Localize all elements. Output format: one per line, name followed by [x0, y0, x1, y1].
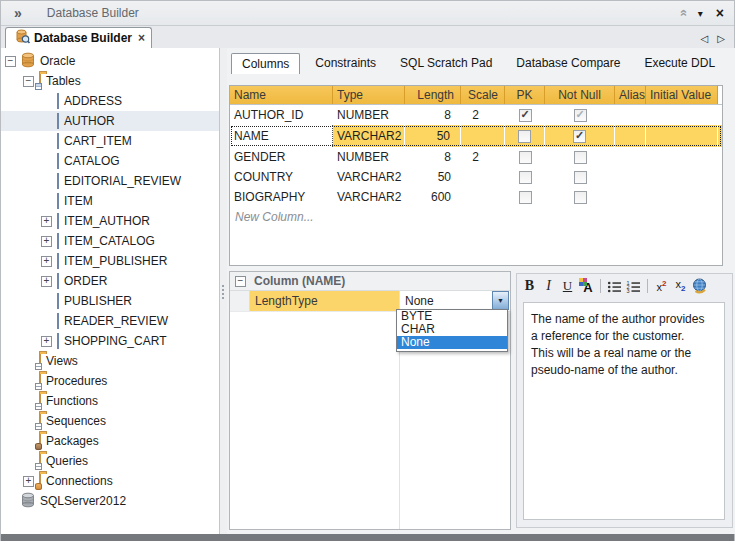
tree-item-oracle[interactable]: −Oracle — [1, 51, 219, 71]
expander-plus-icon[interactable]: + — [41, 236, 52, 247]
cell-name[interactable]: AUTHOR_ID — [230, 105, 333, 125]
tree-item-author[interactable]: AUTHOR — [1, 111, 219, 131]
cell-initial-value[interactable] — [646, 147, 718, 167]
cell-alias[interactable] — [615, 125, 646, 147]
tree-item-cart-item[interactable]: CART_ITEM — [1, 131, 219, 151]
tree-item-item[interactable]: ITEM — [1, 191, 219, 211]
property-name[interactable]: LengthType — [250, 291, 400, 311]
tree-item-address[interactable]: ADDRESS — [1, 91, 219, 111]
cell-initial-value[interactable] — [646, 125, 718, 147]
cell-type[interactable]: NUMBER — [333, 105, 405, 125]
overflow-chevrons-icon[interactable]: » — [14, 5, 21, 21]
tree-item-item-author[interactable]: +ITEM_AUTHOR — [1, 211, 219, 231]
subscript-icon[interactable]: x2 — [672, 277, 689, 295]
cell-name[interactable]: BIOGRAPHY — [230, 187, 333, 207]
column-header-length[interactable]: Length — [405, 86, 461, 104]
tab-columns[interactable]: Columns — [231, 53, 300, 74]
expander-plus-icon[interactable]: + — [41, 336, 52, 347]
tree-item-packages[interactable]: Packages — [1, 431, 219, 451]
not-null-checkbox[interactable] — [573, 130, 586, 143]
tab-execute-ddl[interactable]: Execute DDL — [632, 53, 727, 74]
cell-initial-value[interactable] — [646, 167, 718, 187]
tree-item-editorial-review[interactable]: EDITORIAL_REVIEW — [1, 171, 219, 191]
vertical-splitter[interactable] — [220, 48, 227, 534]
cell-scale[interactable] — [461, 167, 505, 187]
grid-row-country[interactable]: COUNTRYVARCHAR250 — [230, 167, 722, 187]
not-null-checkbox[interactable] — [574, 151, 587, 164]
new-column-row[interactable]: New Column... — [230, 207, 722, 227]
globe-icon[interactable] — [691, 277, 708, 295]
cell-alias[interactable] — [615, 147, 646, 167]
tab-close-icon[interactable]: × — [138, 31, 145, 45]
expander-plus-icon[interactable]: + — [41, 256, 52, 267]
numbered-list-icon[interactable]: 123 — [625, 277, 642, 295]
tree-item-shopping-cart[interactable]: +SHOPPING_CART — [1, 331, 219, 351]
grid-row-author-id[interactable]: AUTHOR_IDNUMBER82 — [230, 105, 722, 125]
underline-icon[interactable]: U — [559, 277, 576, 295]
tree-item-procedures[interactable]: Procedures — [1, 371, 219, 391]
grid-row-gender[interactable]: GENDERNUMBER82 — [230, 147, 722, 167]
tree-item-views[interactable]: Views — [1, 351, 219, 371]
cell-length[interactable]: 8 — [405, 147, 461, 167]
collapse-icon[interactable]: − — [235, 276, 246, 287]
tree-item-publisher[interactable]: PUBLISHER — [1, 291, 219, 311]
expander-plus-icon[interactable]: + — [41, 216, 52, 227]
cell-name[interactable]: GENDER — [230, 147, 333, 167]
pk-checkbox[interactable] — [519, 191, 532, 204]
cell-alias[interactable] — [615, 167, 646, 187]
not-null-checkbox[interactable] — [574, 109, 587, 122]
column-header-pk[interactable]: PK — [505, 86, 545, 104]
cell-name[interactable]: COUNTRY — [230, 167, 333, 187]
cell-length[interactable]: 50 — [405, 167, 461, 187]
tree-item-connections[interactable]: +Connections — [1, 471, 219, 491]
italic-icon[interactable]: I — [540, 277, 557, 295]
cell-length[interactable]: 50 — [405, 125, 461, 147]
tree-item-tables[interactable]: −Tables — [1, 71, 219, 91]
tab-constraints[interactable]: Constraints — [303, 53, 388, 74]
bold-icon[interactable]: B — [521, 277, 538, 295]
font-color-icon[interactable]: A — [578, 277, 595, 295]
column-header-type[interactable]: Type — [333, 86, 405, 104]
cell-alias[interactable] — [615, 187, 646, 207]
cell-initial-value[interactable] — [646, 187, 718, 207]
pk-checkbox[interactable] — [519, 171, 532, 184]
tab-database-compare[interactable]: Database Compare — [504, 53, 632, 74]
cell-length[interactable]: 600 — [405, 187, 461, 207]
cell-alias[interactable] — [615, 105, 646, 125]
notes-text[interactable]: The name of the author provides a refere… — [523, 302, 725, 520]
cell-type[interactable]: VARCHAR2 — [333, 187, 405, 207]
column-header-scale[interactable]: Scale — [461, 86, 505, 104]
dropdown-option-none[interactable]: None — [397, 336, 507, 349]
cell-scale[interactable] — [461, 125, 505, 147]
cell-scale[interactable] — [461, 187, 505, 207]
tree-item-item-publisher[interactable]: +ITEM_PUBLISHER — [1, 251, 219, 271]
not-null-checkbox[interactable] — [574, 191, 587, 204]
cell-scale[interactable]: 2 — [461, 147, 505, 167]
autohide-pin-icon[interactable]: » — [674, 10, 689, 16]
tree-item-catalog[interactable]: CATALOG — [1, 151, 219, 171]
expander-minus-icon[interactable]: − — [5, 56, 16, 67]
expander-minus-icon[interactable]: − — [23, 76, 34, 87]
window-menu-icon[interactable]: ▾ — [698, 8, 703, 19]
splitter-grip[interactable] — [222, 285, 224, 287]
tab-sql-scratch-pad[interactable]: SQL Scratch Pad — [388, 53, 504, 74]
tree-item-reader-review[interactable]: READER_REVIEW — [1, 311, 219, 331]
column-header-alias[interactable]: Alias — [615, 86, 646, 104]
tree-item-sequences[interactable]: Sequences — [1, 411, 219, 431]
cell-type[interactable]: NUMBER — [333, 147, 405, 167]
dropdown-arrow-icon[interactable]: ▼ — [492, 291, 509, 310]
bullet-list-icon[interactable] — [606, 277, 623, 295]
pk-checkbox[interactable] — [518, 130, 531, 143]
tab-database-builder[interactable]: Database Builder × — [5, 27, 152, 48]
tree-item-sqlserver2012[interactable]: SQLServer2012 — [1, 491, 219, 511]
grid-row-name[interactable]: NAMEVARCHAR250 — [230, 125, 722, 147]
tree-item-order[interactable]: +ORDER — [1, 271, 219, 291]
tree-item-queries[interactable]: Queries — [1, 451, 219, 471]
pk-checkbox[interactable] — [519, 151, 532, 164]
expander-plus-icon[interactable]: + — [23, 476, 34, 487]
pk-checkbox[interactable] — [519, 109, 532, 122]
cell-initial-value[interactable] — [646, 105, 718, 125]
cell-name[interactable]: NAME — [230, 125, 333, 147]
cell-type[interactable]: VARCHAR2 — [333, 167, 405, 187]
not-null-checkbox[interactable] — [574, 171, 587, 184]
